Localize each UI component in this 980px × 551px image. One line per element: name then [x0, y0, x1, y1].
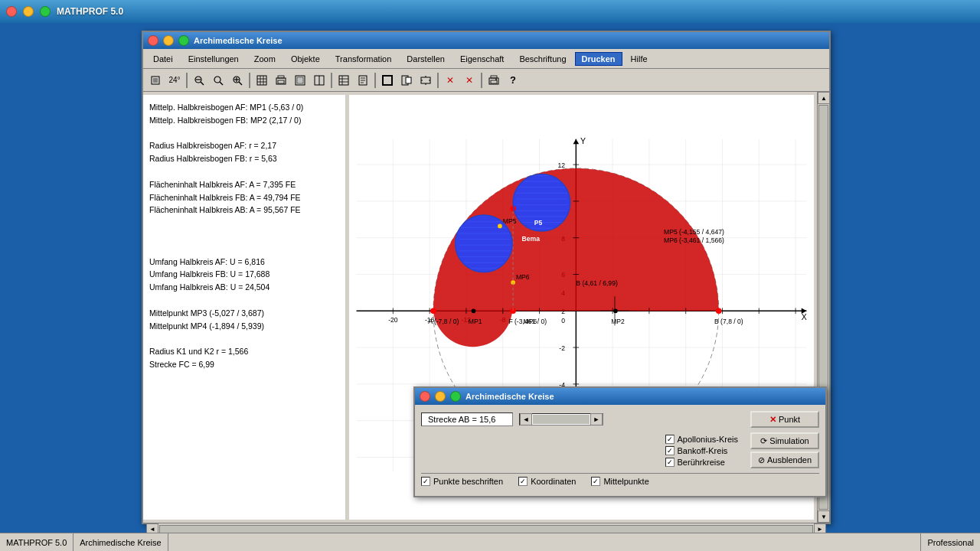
svg-text:MP6: MP6 — [516, 273, 530, 281]
tb-frame[interactable] — [378, 72, 397, 89]
svg-rect-23 — [339, 76, 348, 85]
tb-print2[interactable] — [485, 72, 503, 89]
tb-tb8[interactable] — [354, 72, 372, 89]
toolbar-separator-1 — [186, 73, 188, 88]
menu-zoom[interactable]: Zoom — [247, 52, 283, 66]
dialog-row-1: Strecke AB = 15,6 ◄ ► ✕ Punkt — [421, 411, 819, 428]
svg-rect-20 — [297, 77, 303, 83]
tb-grid[interactable] — [253, 72, 271, 89]
stat-line-13: Umfang Halbkreis AF: U = 6,816 — [149, 256, 339, 269]
tb-close1[interactable]: ✕ — [441, 72, 459, 89]
simulation-label: Simulation — [769, 436, 808, 445]
slider-left-btn[interactable]: ◄ — [520, 413, 532, 425]
stat-line-1: Mittelp. Halbkreisbogen AF: MP1 (-5,63 /… — [149, 101, 339, 114]
svg-point-129 — [613, 308, 618, 313]
tb-zoom-in[interactable] — [228, 72, 247, 89]
svg-text:Bema: Bema — [522, 235, 541, 243]
stat-line-6 — [149, 165, 339, 178]
svg-text:A (-7,8 / 0): A (-7,8 / 0) — [428, 318, 459, 325]
close-btn[interactable] — [6, 6, 17, 17]
stat-line-8: Flächeninhalt Halbkreis FB: A = 49,794 F… — [149, 191, 339, 204]
menu-einstellungen[interactable]: Einstellungen — [181, 52, 246, 66]
dialog-close-btn[interactable] — [420, 391, 430, 402]
minimize-btn[interactable] — [23, 6, 34, 17]
inner-maximize-btn[interactable] — [178, 35, 189, 46]
dialog-minimize-btn[interactable] — [435, 391, 446, 402]
cb-bankoff-row: ✓ Bankoff-Kreis — [665, 446, 738, 455]
svg-rect-17 — [278, 80, 284, 83]
dialog-maximize-btn[interactable] — [450, 391, 461, 402]
stat-line-2: Mittelp. Halbkreisbogen FB: MP2 (2,17 / … — [149, 114, 339, 127]
stats-panel: Mittelp. Halbkreisbogen AF: MP1 (-5,63 /… — [143, 95, 346, 520]
cb-koordinaten[interactable]: ✓ — [518, 477, 528, 486]
menu-transformation[interactable]: Transformation — [328, 52, 399, 66]
status-edition-label: Professional — [927, 538, 974, 547]
svg-rect-33 — [406, 77, 411, 83]
menu-beschriftung[interactable]: Beschriftung — [512, 52, 573, 66]
svg-rect-1 — [153, 78, 158, 83]
dialog-content: Strecke AB = 15,6 ◄ ► ✕ Punkt ✓ Apolloni… — [415, 405, 825, 492]
tb-zoom-reset[interactable] — [209, 72, 227, 89]
ausblenden-label: Ausblenden — [767, 455, 812, 465]
maximize-btn[interactable] — [40, 6, 51, 17]
inner-minimize-btn[interactable] — [163, 35, 174, 46]
cb-punkte[interactable]: ✓ — [421, 477, 430, 486]
stat-line-21: Strecke FC = 6,99 — [149, 358, 339, 371]
scroll-up-btn[interactable]: ▲ — [818, 92, 830, 104]
slider-track[interactable]: ◄ ► — [519, 413, 603, 425]
dialog-title: Archimedische Kreise — [466, 392, 554, 401]
inner-window-title: Archimedische Kreise — [194, 36, 283, 45]
svg-text:MP5 (-4,155 / 4,647): MP5 (-4,155 / 4,647) — [664, 228, 724, 236]
menu-datei[interactable]: Datei — [146, 52, 180, 66]
menu-drucken[interactable]: Drucken — [575, 52, 622, 66]
dialog-window: Archimedische Kreise Strecke AB = 15,6 ◄… — [413, 386, 827, 497]
cb-beruhrkreise-label: Berührkreise — [678, 458, 725, 467]
menu-bar: Datei Einstellungen Zoom Objekte Transfo… — [143, 49, 829, 69]
svg-text:MP2: MP2 — [611, 318, 625, 325]
menu-hilfe[interactable]: Hilfe — [624, 52, 655, 66]
toolbar-separator-4 — [374, 73, 376, 88]
cb-mittelpunkte-label: Mittelpunkte — [603, 477, 648, 486]
stat-line-4: Radius Halbkreisbogen AF: r = 2,17 — [149, 139, 339, 152]
tb-tool2[interactable]: 24° — [165, 72, 184, 89]
tb-cursor[interactable] — [146, 72, 165, 89]
menu-darstellen[interactable]: Darstellen — [400, 52, 452, 66]
tb-tb6[interactable] — [310, 72, 328, 89]
tb-close2[interactable]: ✕ — [460, 72, 479, 89]
ausblenden-button[interactable]: ⊘ Ausblenden — [750, 452, 819, 468]
stat-line-18: Mittelpunkt MP4 (-1,894 / 5,939) — [149, 320, 339, 333]
svg-line-6 — [220, 82, 223, 85]
checkbox-group-right: ✓ Apollonius-Kreis ✓ Bankoff-Kreis ✓ Ber… — [665, 435, 738, 467]
cb-beruhrkreise[interactable]: ✓ — [665, 458, 675, 467]
tb-help[interactable]: ? — [504, 72, 522, 89]
tb-print[interactable] — [272, 72, 290, 89]
tb-zoom-out[interactable] — [190, 72, 208, 89]
inner-close-btn[interactable] — [148, 35, 158, 46]
cb-bankoff[interactable]: ✓ — [665, 446, 675, 455]
tb-tb5[interactable] — [291, 72, 309, 89]
strecke-display: Strecke AB = 15,6 — [421, 412, 513, 426]
simulation-icon: ⟳ — [760, 436, 767, 446]
svg-point-42 — [495, 79, 497, 80]
menu-objekte[interactable]: Objekte — [284, 52, 327, 66]
svg-text:-2: -2 — [559, 344, 565, 352]
ausblenden-icon: ⊘ — [758, 455, 765, 465]
strecke-label: Strecke AB = 15,6 — [428, 415, 495, 424]
punkt-button[interactable]: ✕ Punkt — [750, 411, 819, 428]
tb-tb11[interactable] — [416, 72, 435, 89]
cb-apollonius-row: ✓ Apollonius-Kreis — [665, 435, 738, 444]
svg-line-10 — [239, 82, 242, 85]
simulation-button[interactable]: ⟳ Simulation — [750, 432, 819, 449]
toolbar-separator-6 — [481, 73, 482, 88]
cb-mittelpunkte[interactable]: ✓ — [591, 477, 600, 486]
menu-eigenschaft[interactable]: Eigenschaft — [453, 52, 511, 66]
tb-tb10[interactable] — [397, 72, 416, 89]
svg-text:MP1: MP1 — [469, 318, 482, 325]
slider-right-btn[interactable]: ► — [590, 413, 603, 425]
scroll-down-btn[interactable]: ▼ — [818, 510, 830, 523]
cb-apollonius[interactable]: ✓ — [665, 435, 675, 444]
svg-rect-40 — [491, 80, 497, 83]
stat-line-7: Flächeninhalt Halbkreis AF: A = 7,395 FE — [149, 178, 339, 191]
tb-table[interactable] — [335, 72, 353, 89]
svg-rect-31 — [383, 76, 392, 85]
